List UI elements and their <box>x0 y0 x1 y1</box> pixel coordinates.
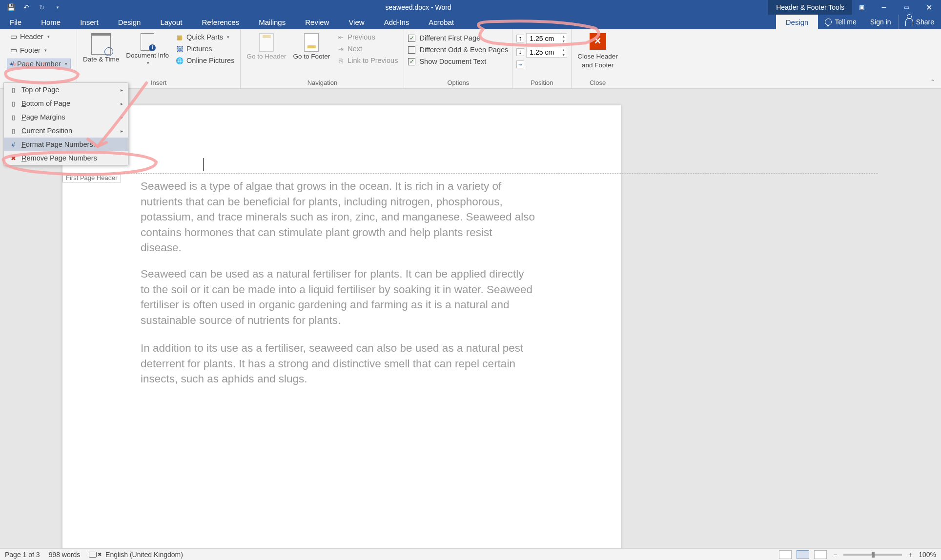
status-words[interactable]: 998 words <box>49 551 81 559</box>
person-icon <box>905 18 913 26</box>
share-button[interactable]: Share <box>898 15 941 29</box>
quick-parts-icon: ▦ <box>176 33 184 41</box>
menu-top-of-page[interactable]: ▯Top of Page▸ <box>4 83 128 97</box>
tell-me[interactable]: Tell me <box>818 15 863 29</box>
print-layout-button[interactable] <box>797 550 809 559</box>
document-area[interactable]: First Page Header Seaweed is a type of a… <box>0 89 941 548</box>
body-paragraph: In addition to its use as a fertiliser, … <box>141 340 536 387</box>
next-button: ⇥Next <box>335 44 400 54</box>
menu-format-page-numbers[interactable]: #Format Page Numbers... <box>4 138 128 151</box>
ribbon-display-icon[interactable]: ▣ <box>855 2 868 13</box>
zoom-level[interactable]: 100% <box>919 551 936 559</box>
book-icon <box>89 552 97 558</box>
body-paragraph: Seaweed can be used as a natural fertili… <box>141 266 536 328</box>
document-info-icon <box>141 33 154 51</box>
minimize-button[interactable]: − <box>878 2 890 13</box>
footer-bottom-icon: ⇣ <box>516 48 524 56</box>
pictures-button[interactable]: 🖼Pictures <box>174 44 236 54</box>
page-number-icon: # <box>10 60 14 68</box>
link-previous-button: ⎘Link to Previous <box>335 56 400 65</box>
previous-button: ⇤Previous <box>335 32 400 42</box>
qat-customize-icon[interactable]: ▼ <box>54 3 61 11</box>
page-number-menu: ▯Top of Page▸ ▯Bottom of Page▸ ▯Page Mar… <box>3 82 128 165</box>
sign-in-button[interactable]: Sign in <box>863 15 898 29</box>
header-from-top-input[interactable]: ▲▼ <box>526 33 567 44</box>
body-paragraph: Seaweed is a type of algae that grows in… <box>141 179 536 256</box>
status-language[interactable]: ✖ English (United Kingdom) <box>89 551 183 559</box>
group-label-navigation: Navigation <box>245 78 400 88</box>
tab-insert[interactable]: Insert <box>70 15 108 29</box>
close-x-icon: ✕ <box>590 33 606 50</box>
unchecked-icon <box>408 46 415 54</box>
redo-icon[interactable]: ↻ <box>38 3 46 11</box>
goto-header-button: Go to Header <box>245 32 288 61</box>
online-pictures-button[interactable]: 🌐Online Pictures <box>174 56 236 65</box>
page-icon: ▯ <box>9 100 18 107</box>
pictures-icon: 🖼 <box>176 45 184 53</box>
menu-current-position[interactable]: ▯Current Position▸ <box>4 124 128 138</box>
different-first-page-checkbox[interactable]: ✓Different First Page <box>408 34 508 42</box>
menu-remove-page-numbers[interactable]: ✖Remove Page Numbers <box>4 151 128 165</box>
menu-bottom-of-page[interactable]: ▯Bottom of Page▸ <box>4 97 128 110</box>
read-mode-button[interactable] <box>779 550 792 559</box>
tab-hf-design[interactable]: Design <box>776 15 818 29</box>
header-button[interactable]: ▭ Header▾ <box>7 31 53 42</box>
ribbon: ▭ Header▾ ▭ Footer▾ # Page Number▾ Date … <box>0 29 941 89</box>
close-button[interactable]: ✕ <box>922 2 935 13</box>
status-page[interactable]: Page 1 of 3 <box>5 551 40 559</box>
insert-align-tab-icon[interactable]: ⇥ <box>516 60 524 68</box>
online-pictures-icon: 🌐 <box>176 57 184 64</box>
checked-icon: ✓ <box>408 58 415 65</box>
tab-layout[interactable]: Layout <box>150 15 192 29</box>
goto-footer-button[interactable]: Go to Footer <box>291 32 332 61</box>
zoom-slider[interactable] <box>843 554 902 556</box>
calendar-icon <box>91 33 111 55</box>
tab-view[interactable]: View <box>339 15 374 29</box>
tab-review[interactable]: Review <box>295 15 339 29</box>
tab-acrobat[interactable]: Acrobat <box>419 15 464 29</box>
link-previous-icon: ⎘ <box>337 57 345 64</box>
tab-mailings[interactable]: Mailings <box>249 15 295 29</box>
group-label-position: Position <box>516 78 567 88</box>
tab-addins[interactable]: Add-Ins <box>374 15 419 29</box>
close-header-footer-button[interactable]: ✕ Close Header and Footer <box>575 32 620 70</box>
tab-home[interactable]: Home <box>31 15 70 29</box>
title-bar: 💾 ↶ ↻ ▼ seaweed.docx - Word Header & Foo… <box>0 0 941 15</box>
undo-icon[interactable]: ↶ <box>22 3 30 11</box>
quick-parts-button[interactable]: ▦Quick Parts▾ <box>174 32 236 42</box>
remove-icon: ✖ <box>9 155 18 162</box>
goto-header-icon <box>259 33 274 52</box>
window-title: seaweed.docx - Word <box>68 3 768 11</box>
tab-references[interactable]: References <box>192 15 249 29</box>
footer-from-bottom-input[interactable]: ▲▼ <box>526 47 567 58</box>
contextual-tab-label: Header & Footer Tools <box>768 0 852 15</box>
text-cursor <box>203 158 204 171</box>
maximize-button[interactable]: ▭ <box>900 2 913 13</box>
menu-page-margins[interactable]: ▯Page Margins▸ <box>4 110 128 124</box>
zoom-out-button[interactable]: − <box>832 551 839 559</box>
footer-icon: ▭ <box>10 46 17 54</box>
footer-button[interactable]: ▭ Footer▾ <box>7 45 50 56</box>
page-icon: ▯ <box>9 86 18 94</box>
header-icon: ▭ <box>10 33 17 40</box>
header-separator <box>62 173 878 174</box>
page-number-button[interactable]: # Page Number▾ <box>7 59 71 69</box>
date-time-button[interactable]: Date & Time <box>81 32 121 64</box>
collapse-ribbon-icon[interactable]: ⌃ <box>930 79 935 85</box>
web-layout-button[interactable] <box>814 550 827 559</box>
show-document-text-checkbox[interactable]: ✓Show Document Text <box>408 58 508 65</box>
format-icon: # <box>9 141 18 148</box>
ribbon-tabs: File Home Insert Design Layout Reference… <box>0 15 941 29</box>
ruler-area <box>0 89 941 105</box>
document-info-button[interactable]: Document Info▾ <box>124 32 171 67</box>
different-odd-even-checkbox[interactable]: Different Odd & Even Pages <box>408 46 508 54</box>
group-label-close: Close <box>575 78 620 88</box>
zoom-in-button[interactable]: + <box>907 551 914 559</box>
goto-footer-icon <box>304 33 319 52</box>
save-icon[interactable]: 💾 <box>7 3 15 11</box>
header-top-icon: ⇡ <box>516 35 524 42</box>
tab-design[interactable]: Design <box>108 15 151 29</box>
lightbulb-icon <box>825 19 832 25</box>
checked-icon: ✓ <box>408 35 415 42</box>
tab-file[interactable]: File <box>0 15 31 29</box>
